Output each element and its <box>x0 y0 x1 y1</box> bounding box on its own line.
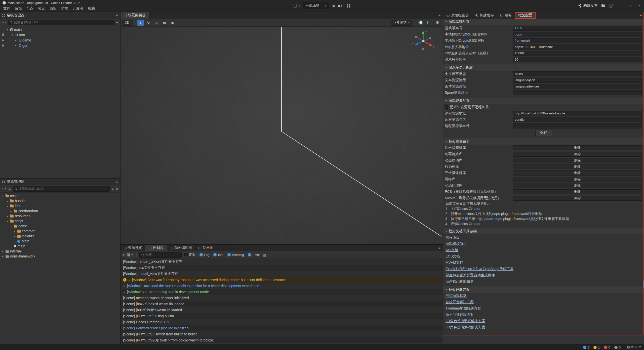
menu-file[interactable]: 文件 <box>1 6 13 11</box>
expand-arrow-icon[interactable]: ▸ <box>13 235 16 238</box>
tree-item-initialize[interactable]: ▸ initialize <box>0 234 120 239</box>
help-icon[interactable]: ? <box>609 4 613 8</box>
scale-tool-icon[interactable]: ◱ <box>153 20 160 26</box>
doc-link[interactable]: 原生包热更新配置自动生成插件 <box>446 273 495 278</box>
remote-load-checkbox[interactable] <box>445 105 448 109</box>
lighting-toggle-icon[interactable] <box>419 21 422 24</box>
regex-checkbox[interactable] <box>184 253 188 256</box>
play-button[interactable]: ▶ <box>333 4 336 8</box>
http-server-input[interactable] <box>513 45 642 50</box>
expand-arrow-icon[interactable]: ▾ <box>11 33 14 36</box>
scene-select-dropdown[interactable]: 当前场景 ▾ <box>303 3 329 9</box>
log-row[interactable]: [Scene] [PHYSICS]: switch from builtin t… <box>120 331 443 337</box>
expand-arrow-icon[interactable]: ▸ <box>123 291 126 293</box>
doc-link[interactable]: 教程项目 <box>446 235 460 240</box>
expand-arrow-icon[interactable]: ▸ <box>1 250 4 253</box>
solution-link[interactable]: 2D角色扮演游戏解决方案 <box>446 319 485 323</box>
tab-framework-config[interactable]: 框架配置 <box>515 12 536 19</box>
solution-link[interactable]: Tiledmap地图解决方案 <box>446 306 481 311</box>
game-version-input[interactable] <box>513 26 642 31</box>
doc-link[interactable]: 游戏模板项目 <box>446 242 467 246</box>
filter-error-checkbox[interactable]: ✓ <box>248 253 251 256</box>
lock-icon[interactable] <box>2 45 4 47</box>
delete-module-button[interactable]: 删除 <box>513 177 642 182</box>
delete-module-button[interactable]: 删除 <box>513 145 642 150</box>
section-docs[interactable]: ▾ 框架文档工具链接 <box>443 228 644 234</box>
tree-item-main-ts[interactable]: TS Main <box>0 239 120 244</box>
dimension-toggle-button[interactable]: 3D <box>123 20 132 26</box>
assets-search-input[interactable] <box>18 187 108 191</box>
lock-icon[interactable] <box>2 40 4 41</box>
expand-arrow-icon[interactable]: ▸ <box>14 39 17 41</box>
section-i18n[interactable]: ▾ 游戏多语言配置 <box>443 64 644 71</box>
solution-link[interactable]: 战棋游戏框架 <box>446 294 467 298</box>
tree-item-assets[interactable]: ▾ assets <box>0 193 120 198</box>
log-row-warning[interactable]: ! ▸ [Window] [Vue warn]: Property "onInp… <box>120 277 443 283</box>
tab-asset-preview[interactable]: 资源预览 <box>120 245 145 251</box>
tab-property-inspector[interactable]: 属性检查器 <box>443 12 472 19</box>
doc-link[interactable]: Excel格式转Json文件与TypeScript代码工具 <box>446 267 513 271</box>
filter-log[interactable]: ✓ Log <box>199 253 210 257</box>
tree-item-main[interactable]: ▾ main <box>0 27 120 32</box>
lock-icon[interactable] <box>2 34 4 36</box>
tab-animation-editor[interactable]: 动画编辑器 <box>167 245 195 251</box>
filter-icon[interactable]: ≡ <box>116 20 118 24</box>
expand-arrow-icon[interactable]: ▸ <box>10 210 13 212</box>
create-node-button[interactable]: +▾ <box>2 20 6 25</box>
menu-node[interactable]: 节点 <box>24 6 36 11</box>
expand-arrow-icon[interactable]: ▸ <box>1 255 4 258</box>
tab-scene-editor[interactable]: 场景编辑器 <box>120 12 149 19</box>
export-log-icon[interactable]: ▤ <box>263 253 266 257</box>
tab-animation-graph[interactable]: 动画图 <box>195 245 217 251</box>
menu-edit[interactable]: 编辑 <box>13 6 24 11</box>
notification-count[interactable]: 0 <box>614 345 621 349</box>
hierarchy-search-input[interactable] <box>14 20 112 24</box>
image-path-input[interactable] <box>513 84 642 89</box>
create-asset-button[interactable]: +▾ <box>2 187 6 191</box>
minimize-button[interactable]: — <box>617 4 624 8</box>
section-resource[interactable]: ▾ 游戏资源配置 <box>443 98 644 104</box>
expand-arrow-icon[interactable]: ▸ <box>14 44 17 47</box>
rotate-tool-icon[interactable]: ↻ <box>145 20 152 26</box>
filter-warning[interactable]: ✓ Warning <box>227 253 244 257</box>
doc-link[interactable]: ECS文档 <box>446 254 460 259</box>
expand-arrow-icon[interactable]: ▾ <box>6 220 9 223</box>
log-row[interactable]: [Window] model_view文件夹不存在 <box>120 271 443 277</box>
regex-toggle[interactable]: 正则 <box>184 253 195 257</box>
delete-module-button[interactable]: 删除 <box>513 189 642 194</box>
step-button[interactable]: ▶ <box>338 4 342 8</box>
log-row[interactable]: [Scene] [PHYSICS]: using builtin. <box>120 313 443 319</box>
log-row[interactable]: [Scene] Cocos Creator v3.8.2 <box>120 319 443 325</box>
filter-warning-checkbox[interactable]: ✓ <box>227 253 231 256</box>
expand-arrow-icon[interactable]: ▸ <box>6 200 9 202</box>
camera-settings-icon[interactable] <box>427 21 431 24</box>
expand-arrow-icon[interactable]: ▾ <box>6 28 9 31</box>
move-tool-icon[interactable]: + <box>137 20 144 26</box>
scrollbar-thumb[interactable] <box>643 280 644 288</box>
text-path-input[interactable] <box>513 78 642 83</box>
open-project-folder-icon[interactable] <box>601 5 605 7</box>
log-row[interactable]: [Scene] [box2d]:box2d wasm lib loaded. <box>120 301 443 307</box>
tree-item-internal[interactable]: ▸ internal <box>0 249 120 254</box>
menu-help[interactable]: 帮助 <box>86 6 97 11</box>
log-row-info[interactable]: [Scene] Forward render pipeline initiali… <box>120 325 443 331</box>
console-warning-count[interactable]: 1 <box>593 345 600 349</box>
gear-icon[interactable]: ⚙ <box>436 20 439 25</box>
section-game-basic[interactable]: ▾ 游戏基础配置 <box>443 19 644 25</box>
layout-grid-icon[interactable] <box>347 4 350 8</box>
tree-item-script[interactable]: ▾ script <box>0 218 120 224</box>
frame-rate-input[interactable] <box>513 57 642 62</box>
maximize-button[interactable]: □ <box>628 4 633 8</box>
log-row-info[interactable]: ▸ [Window] Download the Vue Devtools ext… <box>120 283 443 289</box>
section-modules[interactable]: ▾ 框架模块裁剪 <box>443 138 644 145</box>
save-button[interactable]: 保存 <box>535 129 552 136</box>
expand-arrow-icon[interactable]: ▸ <box>128 279 131 281</box>
panel-menu-icon[interactable]: ≡ <box>640 13 642 17</box>
expand-arrow-icon[interactable]: ▾ <box>10 225 13 228</box>
filter-log-checkbox[interactable]: ✓ <box>199 253 203 256</box>
log-row[interactable]: [Scene] [PHYSICS2D]: switch from box2d-w… <box>120 337 443 343</box>
view-mode-dropdown[interactable]: 正常浏览 ▾ <box>391 20 412 26</box>
scene-viewport[interactable]: Y X Z <box>120 27 443 244</box>
filter-info-checkbox[interactable]: ✓ <box>213 253 217 256</box>
panel-menu-icon[interactable]: ≡ <box>438 13 440 17</box>
